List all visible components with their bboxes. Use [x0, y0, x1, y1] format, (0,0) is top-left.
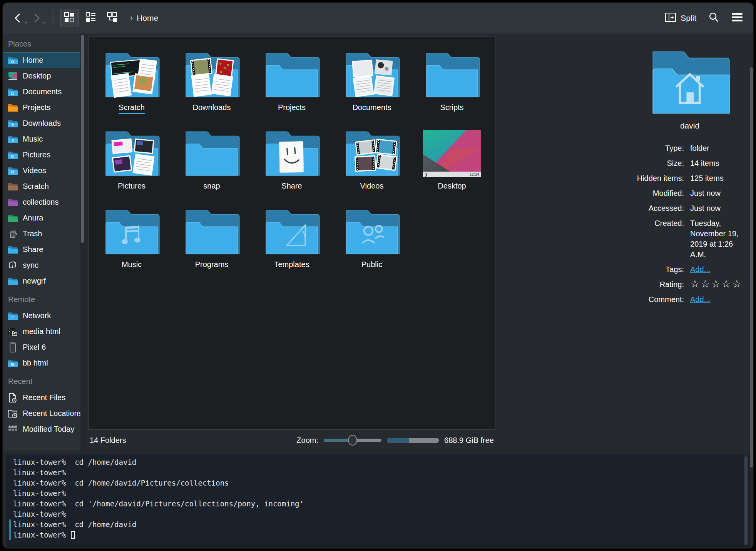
section-title-recent: Recent [8, 377, 84, 386]
server-icon [8, 327, 18, 336]
terminal-text: linux-tower% cd '/home/david/Pictures/co… [13, 499, 304, 508]
split-button[interactable]: Split [664, 12, 696, 25]
zoom-slider[interactable] [324, 439, 381, 442]
breadcrumb[interactable]: Home [137, 13, 158, 23]
sidebar-scrollbar-thumb[interactable] [81, 35, 84, 243]
sidebar-item-desktop[interactable]: Desktop [3, 68, 84, 84]
folder-icon [183, 50, 241, 99]
info-row-tags: Tags:Add... [626, 264, 749, 275]
terminal-line: linux-tower% cd /home/david [9, 519, 749, 530]
sidebar-item-downloads[interactable]: Downloads [3, 115, 84, 131]
sidebar-item-label: Anura [23, 214, 43, 222]
folder-label: Downloads [193, 103, 231, 112]
folder-music[interactable]: Music [92, 204, 172, 282]
folder-snap[interactable]: snap [172, 125, 252, 204]
folder-projects[interactable]: Projects [252, 47, 332, 125]
terminal-scrollbar-track[interactable] [744, 455, 748, 546]
folder-label: Share [281, 182, 302, 190]
folder-count: 14 Folders [90, 436, 126, 445]
sidebar-item-recent-files[interactable]: Recent Files [3, 390, 84, 406]
add-link[interactable]: Add... [690, 264, 746, 275]
sidebar-item-label: Share [23, 245, 43, 254]
sidebar-item-bb-html[interactable]: bb html [3, 355, 84, 371]
info-label: Modified: [626, 188, 684, 199]
sidebar-item-projects[interactable]: Projects [3, 100, 84, 115]
tree-view-button[interactable] [103, 9, 122, 27]
sidebar-item-pixel-6[interactable]: Pixel 6 [3, 339, 84, 355]
folder-downloads[interactable]: Downloads [172, 47, 252, 125]
sidebar-item-network[interactable]: Network [3, 308, 84, 324]
folder-label: Programs [195, 260, 229, 269]
sidebar-item-pictures[interactable]: Pictures [3, 147, 84, 163]
info-label: Size: [626, 158, 684, 169]
free-space: 688.9 GiB free [444, 436, 494, 445]
terminal-line: linux-tower% [9, 488, 749, 499]
sidebar-item-trash[interactable]: Trash [3, 226, 84, 242]
folder-videos-icon [8, 167, 18, 175]
folder-videos[interactable]: Videos [332, 125, 412, 204]
folder-label: Templates [274, 260, 309, 269]
taskbar-clock: 12:34 [470, 172, 479, 177]
sidebar-item-label: Recent Locations [23, 409, 82, 418]
details-view-button[interactable] [82, 9, 100, 27]
icons-view-icon [64, 12, 75, 25]
search-button[interactable] [708, 12, 719, 25]
folder-public[interactable]: Public [332, 204, 412, 282]
folder-icon [103, 129, 161, 178]
sidebar-item-videos[interactable]: Videos [3, 163, 84, 179]
folder-label: Desktop [438, 182, 466, 190]
folder-icon [343, 50, 401, 99]
sidebar-item-label: newgrf [23, 277, 46, 286]
forward-button[interactable]: ⌄ [32, 12, 47, 24]
folder-programs[interactable]: Programs [172, 204, 252, 282]
sidebar-item-recent-locations[interactable]: Recent Locations [3, 406, 84, 421]
folder-scratch[interactable]: Scratch [92, 47, 172, 125]
folder-icon [183, 207, 241, 256]
terminal-scrollbar-thumb[interactable] [744, 456, 748, 545]
folder-scripts[interactable]: Scripts [412, 47, 492, 125]
sidebar-item-collections[interactable]: collections [3, 194, 84, 210]
folder-pictures[interactable]: Pictures [92, 125, 172, 204]
info-value: Tuesday, November 19, 2019 at 1:26 A.M. [690, 218, 746, 260]
add-link[interactable]: Add... [690, 294, 746, 305]
info-scrollbar-thumb[interactable] [750, 67, 753, 468]
sidebar-item-share[interactable]: Share [3, 242, 84, 257]
folder-share[interactable]: Share [252, 125, 332, 204]
folder-brown-icon [8, 182, 18, 191]
zoom-slider-thumb[interactable] [348, 435, 357, 446]
sidebar-item-anura[interactable]: Anura [3, 210, 84, 226]
info-row-hidden-items: Hidden items:125 items [626, 173, 749, 184]
back-dropdown-caret[interactable]: ⌄ [23, 20, 28, 24]
back-button[interactable]: ⌄ [13, 12, 28, 24]
icons-view-button[interactable] [60, 9, 79, 27]
folder-desktop[interactable]: ❯12:34Desktop [412, 125, 492, 204]
folder-globe-icon [8, 359, 18, 367]
sidebar-item-media-html[interactable]: media html [3, 324, 84, 339]
forward-dropdown-caret[interactable]: ⌄ [42, 20, 47, 24]
sidebar-item-music[interactable]: Music [3, 131, 84, 147]
terminal-panel[interactable]: linux-tower% cd /home/davidlinux-tower%l… [7, 454, 749, 547]
sidebar-item-home[interactable]: Home [3, 52, 84, 68]
folder-label: Scratch [119, 103, 145, 114]
sidebar-item-newgrf[interactable]: newgrf [3, 273, 84, 289]
sidebar-item-modified-today[interactable]: Modified Today [3, 421, 84, 437]
terminal-cursor [71, 531, 75, 539]
terminal-line: linux-tower% cd /home/david [9, 457, 749, 468]
info-label: Tags: [626, 264, 684, 275]
hamburger-menu-button[interactable] [731, 12, 743, 24]
sidebar-item-sync[interactable]: sync [3, 257, 84, 273]
terminal-line: linux-tower% [9, 530, 749, 540]
breadcrumb-chevron-icon: › [130, 13, 133, 23]
sidebar-item-documents[interactable]: Documents [3, 84, 84, 100]
sidebar-item-label: sync [23, 261, 38, 270]
folder-grid: Scratch Downloads Projects Documents Scr… [89, 37, 495, 282]
folder-documents[interactable]: Documents [332, 47, 412, 125]
folder-label: Pictures [118, 182, 146, 190]
folder-templates[interactable]: Templates [252, 204, 332, 282]
sidebar-item-scratch[interactable]: Scratch [3, 179, 84, 194]
info-label: Type: [626, 143, 684, 154]
details-view-icon [85, 12, 97, 25]
sidebar-item-label: Music [23, 135, 43, 144]
rating-stars[interactable]: ☆☆☆☆☆ [690, 279, 746, 290]
info-label: Created: [626, 218, 684, 260]
